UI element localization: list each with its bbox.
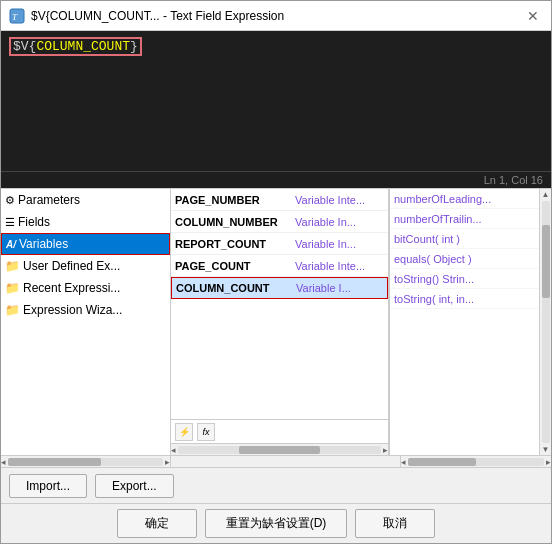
editor-status: Ln 1, Col 16 (1, 171, 551, 188)
bottom-scrollbar-row: ◂ ▸ ◂ ▸ (1, 455, 551, 467)
cursor-position: Ln 1, Col 16 (484, 174, 543, 186)
title-bar: T $V{COLUMN_COUNT... - Text Field Expres… (1, 1, 551, 31)
left-hscroll-right[interactable]: ▸ (165, 457, 170, 467)
var-name-report-count: REPORT_COUNT (175, 238, 295, 250)
var-name-page-number: PAGE_NUMBER (175, 194, 295, 206)
tool-icon-1: ⚡ (179, 427, 190, 437)
var-type-page-count: Variable Inte... (295, 260, 384, 272)
cancel-button[interactable]: 取消 (355, 509, 435, 538)
vscroll-up-arrow[interactable]: ▲ (541, 189, 551, 200)
editor-content: $V{COLUMN_COUNT} (9, 37, 543, 56)
right-panel[interactable]: numberOfLeading... numberOfTrailin... bi… (390, 189, 539, 455)
variable-name: COLUMN_COUNT (36, 39, 130, 54)
method-item-3[interactable]: bitCount( int ) (390, 229, 539, 249)
left-hscroll-track[interactable] (8, 458, 163, 466)
method-item-2[interactable]: numberOfTrailin... (390, 209, 539, 229)
tree-item-variables-label: Variables (19, 237, 68, 251)
variable-table[interactable]: PAGE_NUMBER Variable Inte... COLUMN_NUMB… (171, 189, 388, 419)
tool-icon-2: fx (202, 427, 209, 437)
left-hscroll[interactable]: ◂ ▸ (1, 456, 171, 467)
tree-item-variables[interactable]: A/ Variables (1, 233, 170, 255)
left-panel[interactable]: ⚙ Parameters ☰ Fields A/ Variables 📁 Use… (1, 189, 171, 455)
center-toolbar: ⚡ fx (171, 419, 388, 443)
window-title: $V{COLUMN_COUNT... - Text Field Expressi… (31, 9, 284, 23)
import-button[interactable]: Import... (9, 474, 87, 498)
var-name-page-count: PAGE_COUNT (175, 260, 295, 272)
hscroll-track[interactable] (178, 446, 381, 454)
tree-item-parameters-label: Parameters (18, 193, 80, 207)
center-hscroll-bottom[interactable] (171, 456, 401, 467)
tree-item-fields[interactable]: ☰ Fields (1, 211, 170, 233)
method-item-6[interactable]: toString( int, in... (390, 289, 539, 309)
left-hscroll-left[interactable]: ◂ (1, 457, 6, 467)
var-type-column-count: Variable I... (296, 282, 383, 294)
fields-icon: ☰ (5, 216, 15, 229)
window-icon: T (9, 8, 25, 24)
method-item-5[interactable]: toString() Strin... (390, 269, 539, 289)
center-hscrollbar[interactable]: ◂ ▸ (171, 443, 388, 455)
right-hscroll-right2[interactable]: ▸ (546, 457, 551, 467)
variables-icon: A/ (6, 239, 16, 250)
var-row-report-count[interactable]: REPORT_COUNT Variable In... (171, 233, 388, 255)
main-window: T $V{COLUMN_COUNT... - Text Field Expres… (0, 0, 552, 544)
editor-line: $V{COLUMN_COUNT} (9, 37, 543, 56)
right-panel-wrapper: numberOfLeading... numberOfTrailin... bi… (389, 189, 551, 455)
tree-item-recent[interactable]: 📁 Recent Expressi... (1, 277, 170, 299)
var-type-report-count: Variable In... (295, 238, 384, 250)
tree-item-recent-label: Recent Expressi... (23, 281, 120, 295)
left-hscroll-thumb (8, 458, 101, 466)
method-item-4[interactable]: equals( Object ) (390, 249, 539, 269)
tree-item-wizard[interactable]: 📁 Expression Wiza... (1, 299, 170, 321)
var-name-column-number: COLUMN_NUMBER (175, 216, 295, 228)
right-hscroll-thumb (408, 458, 476, 466)
recent-icon: 📁 (5, 281, 20, 295)
tree-item-parameters[interactable]: ⚙ Parameters (1, 189, 170, 211)
tree-item-fields-label: Fields (18, 215, 50, 229)
method-item-1[interactable]: numberOfLeading... (390, 189, 539, 209)
ok-button[interactable]: 确定 (117, 509, 197, 538)
tree-item-user-defined[interactable]: 📁 User Defined Ex... (1, 255, 170, 277)
var-row-page-number[interactable]: PAGE_NUMBER Variable Inte... (171, 189, 388, 211)
scroll-left-arrow[interactable]: ◂ (171, 445, 176, 455)
var-row-column-count[interactable]: COLUMN_COUNT Variable I... (171, 277, 388, 299)
tree-item-wizard-label: Expression Wiza... (23, 303, 122, 317)
editor-area[interactable]: $V{COLUMN_COUNT} (1, 31, 551, 171)
export-button[interactable]: Export... (95, 474, 174, 498)
vscroll-thumb (542, 225, 550, 298)
wizard-icon: 📁 (5, 303, 20, 317)
hscroll-thumb (239, 446, 320, 454)
toolbar-icon-1[interactable]: ⚡ (175, 423, 193, 441)
right-vscrollbar[interactable]: ▲ ▼ (539, 189, 551, 455)
dollar-sign: $V{ (13, 39, 36, 54)
var-type-column-number: Variable In... (295, 216, 384, 228)
right-hscroll-bottom[interactable]: ◂ ▸ (401, 456, 551, 467)
right-hscroll-track[interactable] (408, 458, 544, 466)
import-export-row: Import... Export... (1, 467, 551, 503)
reset-button[interactable]: 重置为缺省设置(D) (205, 509, 348, 538)
expression-text: $V{COLUMN_COUNT} (9, 37, 142, 56)
action-buttons-row: 确定 重置为缺省设置(D) 取消 (1, 503, 551, 543)
var-name-column-count: COLUMN_COUNT (176, 282, 296, 294)
toolbar-icon-2[interactable]: fx (197, 423, 215, 441)
vscroll-down-arrow[interactable]: ▼ (541, 444, 551, 455)
var-row-page-count[interactable]: PAGE_COUNT Variable Inte... (171, 255, 388, 277)
user-defined-icon: 📁 (5, 259, 20, 273)
scroll-right-arrow[interactable]: ▸ (383, 445, 388, 455)
right-hscroll-left[interactable]: ◂ (401, 457, 406, 467)
parameters-icon: ⚙ (5, 194, 15, 207)
var-type-page-number: Variable Inte... (295, 194, 384, 206)
close-button[interactable]: ✕ (523, 6, 543, 26)
center-panel: PAGE_NUMBER Variable Inte... COLUMN_NUMB… (171, 189, 389, 455)
title-bar-left: T $V{COLUMN_COUNT... - Text Field Expres… (9, 8, 284, 24)
middle-section: ⚙ Parameters ☰ Fields A/ Variables 📁 Use… (1, 188, 551, 455)
var-row-column-number[interactable]: COLUMN_NUMBER Variable In... (171, 211, 388, 233)
vscroll-track[interactable] (542, 201, 550, 443)
tree-item-user-defined-label: User Defined Ex... (23, 259, 120, 273)
